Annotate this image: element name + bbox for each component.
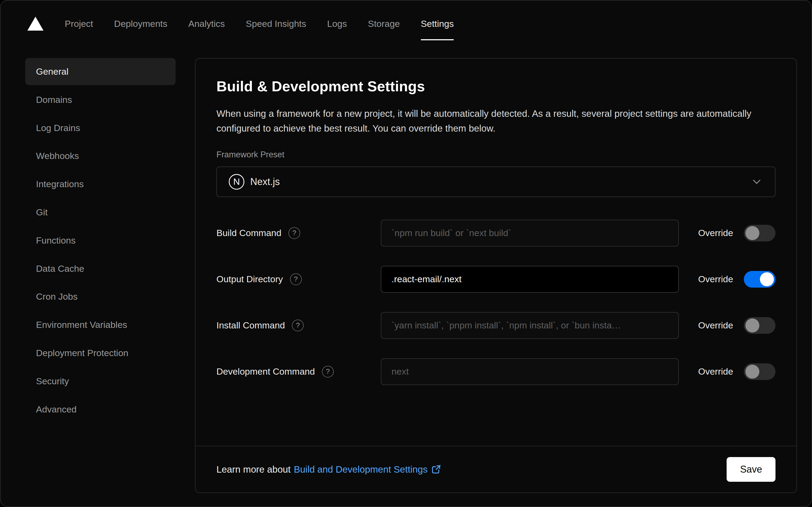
build-command-row: Build Command ? Override [217, 220, 775, 246]
external-link-icon [431, 464, 442, 475]
sidebar-item-git[interactable]: Git [25, 199, 176, 226]
chevron-down-icon [750, 175, 763, 188]
install-command-override-toggle[interactable] [744, 317, 775, 334]
nav-tabs: Project Deployments Analytics Speed Insi… [54, 1, 464, 47]
section-description: When using a framework for a new project… [217, 106, 767, 136]
card-footer: Learn more about Build and Development S… [195, 446, 797, 493]
install-command-row: Install Command ? Override [217, 312, 775, 339]
top-navigation: Project Deployments Analytics Speed Insi… [1, 1, 811, 47]
output-directory-override-toggle[interactable] [744, 271, 775, 288]
development-command-label: Development Command [217, 366, 315, 377]
sidebar-item-environment-variables[interactable]: Environment Variables [25, 311, 176, 338]
framework-preset-select[interactable]: N Next.js [217, 167, 775, 197]
settings-sidebar: General Domains Log Drains Webhooks Inte… [25, 58, 176, 424]
toggle-knob [760, 272, 774, 286]
override-label: Override [698, 228, 733, 238]
build-command-override-toggle[interactable] [744, 225, 775, 241]
override-label: Override [698, 366, 733, 377]
development-command-input[interactable] [381, 358, 679, 385]
help-icon[interactable]: ? [288, 227, 300, 239]
tab-settings[interactable]: Settings [410, 1, 464, 47]
toggle-knob [745, 365, 759, 379]
framework-preset-value: Next.js [250, 176, 750, 187]
toggle-knob [745, 226, 759, 240]
output-directory-row: Output Directory ? Override [217, 266, 775, 293]
nextjs-logo-icon: N [229, 174, 244, 189]
sidebar-item-advanced[interactable]: Advanced [25, 396, 176, 423]
page-title: Build & Development Settings [217, 78, 775, 95]
tab-project[interactable]: Project [54, 1, 104, 47]
development-command-override-toggle[interactable] [744, 363, 775, 380]
build-settings-docs-link[interactable]: Build and Development Settings [294, 464, 442, 475]
install-command-input[interactable] [381, 312, 679, 339]
sidebar-item-data-cache[interactable]: Data Cache [25, 255, 176, 282]
install-command-label: Install Command [217, 320, 285, 331]
build-command-label: Build Command [217, 228, 281, 238]
development-command-row: Development Command ? Override [217, 358, 775, 385]
sidebar-item-general[interactable]: General [25, 58, 176, 85]
sidebar-item-webhooks[interactable]: Webhooks [25, 142, 176, 169]
sidebar-item-integrations[interactable]: Integrations [25, 171, 176, 198]
save-button[interactable]: Save [727, 457, 775, 482]
help-icon[interactable]: ? [290, 273, 302, 285]
tab-logs[interactable]: Logs [316, 1, 357, 47]
output-directory-label: Output Directory [217, 274, 283, 284]
tab-analytics[interactable]: Analytics [178, 1, 235, 47]
tab-speed-insights[interactable]: Speed Insights [235, 1, 316, 47]
app-window: Project Deployments Analytics Speed Insi… [0, 0, 812, 507]
override-label: Override [698, 274, 733, 284]
framework-preset-label: Framework Preset [217, 150, 775, 160]
learn-more-text: Learn more about Build and Development S… [217, 464, 442, 475]
override-label: Override [698, 320, 733, 331]
output-directory-input[interactable] [381, 266, 679, 293]
sidebar-item-security[interactable]: Security [25, 368, 176, 395]
help-icon[interactable]: ? [292, 320, 304, 331]
build-command-input[interactable] [381, 220, 679, 246]
build-development-settings-card: Build & Development Settings When using … [195, 58, 797, 493]
toggle-knob [745, 319, 759, 332]
sidebar-item-deployment-protection[interactable]: Deployment Protection [25, 339, 176, 367]
help-icon[interactable]: ? [322, 366, 334, 378]
vercel-triangle-icon [27, 17, 44, 31]
tab-storage[interactable]: Storage [357, 1, 410, 47]
sidebar-item-log-drains[interactable]: Log Drains [25, 114, 176, 142]
sidebar-item-functions[interactable]: Functions [25, 227, 176, 254]
learn-more-prefix: Learn more about [217, 464, 291, 475]
sidebar-item-cron-jobs[interactable]: Cron Jobs [25, 283, 176, 310]
content-area: General Domains Log Drains Webhooks Inte… [1, 47, 811, 493]
tab-deployments[interactable]: Deployments [104, 1, 178, 47]
link-label: Build and Development Settings [294, 464, 427, 475]
vercel-logo[interactable] [27, 1, 44, 47]
sidebar-item-domains[interactable]: Domains [25, 86, 176, 113]
